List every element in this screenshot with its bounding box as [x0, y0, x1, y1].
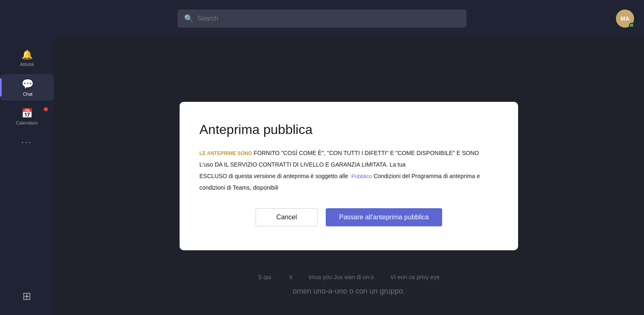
dialog-text3: ESCLUSO di questa versione di anteprima … [199, 173, 348, 179]
cancel-button[interactable]: Cancel [256, 208, 317, 226]
dialog-actions: Cancel Passare all'anteprima pubblica [199, 208, 498, 226]
sidebar-item-activity[interactable]: 🔔 Attività [0, 45, 54, 71]
search-input[interactable] [197, 15, 460, 22]
dialog-highlight-yellow: LE ANTEPRIME SONO [199, 150, 252, 156]
sidebar-item-label: Attività [20, 62, 33, 67]
dialog-text4: Condizioni del Programma di anteprima e [374, 173, 480, 179]
dialog-text2: L'uso DA IL SERVIZIO CONTRATTI DI LIVELL… [199, 161, 406, 168]
search-icon: 🔍 [184, 14, 193, 23]
extensions-icon: ⊞ [22, 290, 31, 303]
modal-overlay: Anteprima pubblica LE ANTEPRIME SONO FOR… [54, 37, 644, 315]
sidebar-calendar-label: Calendario [16, 120, 38, 125]
sidebar: 🔔 Attività 💬 Chat 📅 Calendario ··· ⊞ [0, 37, 54, 315]
chat-icon: 💬 [21, 78, 34, 90]
dialog-body: LE ANTEPRIME SONO FORNITO "COSÌ COME È",… [199, 147, 498, 193]
dialog-highlight-blue: Pubblico [351, 173, 372, 179]
content-area: S qui. ti Imus you Jus wan di un o VI eo… [54, 37, 644, 315]
dialog: Anteprima pubblica LE ANTEPRIME SONO FOR… [180, 102, 518, 250]
avatar-status-indicator [629, 23, 634, 28]
bell-icon: 🔔 [21, 49, 33, 60]
calendar-notification-badge [44, 107, 48, 111]
active-indicator [0, 78, 2, 96]
dialog-title: Anteprima pubblica [199, 122, 498, 137]
sidebar-chat-label: Chat [23, 92, 32, 96]
sidebar-item-more[interactable]: ··· [0, 133, 54, 152]
more-icon: ··· [21, 137, 32, 148]
avatar[interactable]: MA [616, 9, 634, 28]
dialog-text1: FORNITO "COSÌ COME È", "CON TUTTI I DIFE… [252, 150, 479, 156]
calendar-icon: 📅 [21, 108, 33, 119]
confirm-button[interactable]: Passare all'anteprima pubblica [326, 208, 442, 226]
dialog-text5: condizioni di Teams, disponibili [199, 184, 278, 191]
main-layout: 🔔 Attività 💬 Chat 📅 Calendario ··· ⊞ [0, 37, 644, 315]
sidebar-item-chat[interactable]: 💬 Chat [0, 74, 54, 101]
sidebar-item-extensions[interactable]: ⊞ [0, 286, 54, 307]
sidebar-item-calendar[interactable]: 📅 Calendario [0, 104, 54, 129]
search-bar[interactable]: 🔍 [178, 9, 466, 28]
topbar: 🔍 MA [0, 0, 644, 37]
